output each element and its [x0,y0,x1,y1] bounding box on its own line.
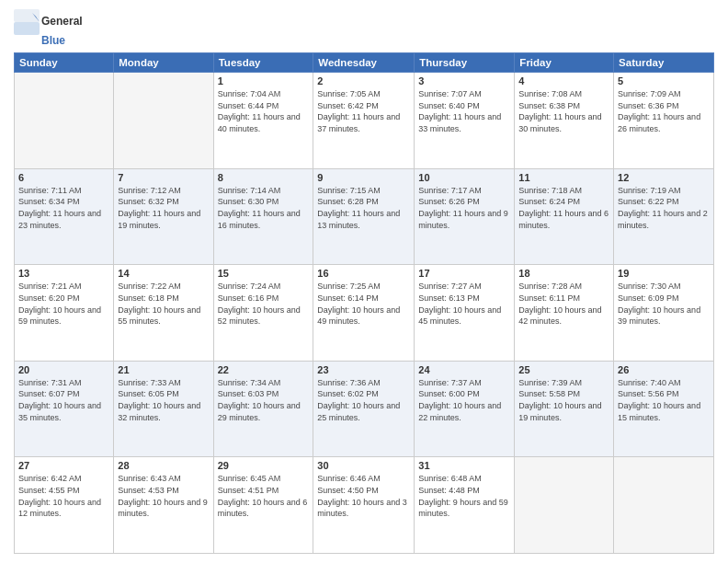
day-info: Sunrise: 7:12 AM Sunset: 6:32 PM Dayligh… [118,185,209,231]
day-info: Sunrise: 7:08 AM Sunset: 6:38 PM Dayligh… [518,88,609,134]
day-number: 21 [118,364,209,375]
day-info: Sunrise: 7:37 AM Sunset: 6:00 PM Dayligh… [418,377,510,423]
table-row: 7Sunrise: 7:12 AM Sunset: 6:32 PM Daylig… [114,168,213,265]
svg-rect-1 [14,22,40,35]
table-row: 23Sunrise: 7:36 AM Sunset: 6:02 PM Dayli… [313,361,415,457]
day-info: Sunrise: 7:17 AM Sunset: 6:26 PM Dayligh… [418,185,510,231]
day-info: Sunrise: 7:04 AM Sunset: 6:44 PM Dayligh… [218,88,310,134]
day-info: Sunrise: 7:14 AM Sunset: 6:30 PM Dayligh… [218,185,310,231]
day-info: Sunrise: 7:18 AM Sunset: 6:24 PM Dayligh… [518,185,609,231]
logo-general: General [41,16,83,28]
table-row: 18Sunrise: 7:28 AM Sunset: 6:11 PM Dayli… [515,265,614,362]
day-number: 23 [317,364,410,375]
day-info: Sunrise: 6:43 AM Sunset: 4:53 PM Dayligh… [118,473,209,519]
table-row: 14Sunrise: 7:22 AM Sunset: 6:18 PM Dayli… [114,265,213,362]
day-info: Sunrise: 7:40 AM Sunset: 5:56 PM Dayligh… [618,377,710,423]
day-info: Sunrise: 6:48 AM Sunset: 4:48 PM Dayligh… [418,473,510,519]
day-number: 7 [118,172,209,183]
table-row: 13Sunrise: 7:21 AM Sunset: 6:20 PM Dayli… [15,265,114,362]
table-row: 25Sunrise: 7:39 AM Sunset: 5:58 PM Dayli… [515,361,614,457]
day-info: Sunrise: 7:21 AM Sunset: 6:20 PM Dayligh… [18,281,109,327]
table-row: 1Sunrise: 7:04 AM Sunset: 6:44 PM Daylig… [213,73,313,169]
day-number: 3 [418,75,510,86]
day-number: 12 [618,172,710,183]
table-row: 28Sunrise: 6:43 AM Sunset: 4:53 PM Dayli… [114,457,213,554]
day-number: 24 [418,364,510,375]
table-row: 20Sunrise: 7:31 AM Sunset: 6:07 PM Dayli… [15,361,114,457]
day-number: 22 [218,364,310,375]
table-row: 26Sunrise: 7:40 AM Sunset: 5:56 PM Dayli… [614,361,714,457]
table-row: 10Sunrise: 7:17 AM Sunset: 6:26 PM Dayli… [415,168,515,265]
table-row: 27Sunrise: 6:42 AM Sunset: 4:55 PM Dayli… [15,457,114,554]
header: General Blue [14,9,714,47]
day-number: 6 [18,172,109,183]
day-info: Sunrise: 7:33 AM Sunset: 6:05 PM Dayligh… [118,377,209,423]
svg-rect-0 [14,9,40,22]
day-info: Sunrise: 7:30 AM Sunset: 6:09 PM Dayligh… [618,281,710,327]
day-number: 30 [317,460,410,471]
table-row: 24Sunrise: 7:37 AM Sunset: 6:00 PM Dayli… [415,361,515,457]
day-info: Sunrise: 6:42 AM Sunset: 4:55 PM Dayligh… [18,473,109,519]
table-row: 12Sunrise: 7:19 AM Sunset: 6:22 PM Dayli… [614,168,714,265]
day-info: Sunrise: 7:05 AM Sunset: 6:42 PM Dayligh… [317,88,410,134]
day-number: 26 [618,364,710,375]
day-number: 28 [118,460,209,471]
calendar-table: Sunday Monday Tuesday Wednesday Thursday… [14,52,714,554]
header-wednesday: Wednesday [313,53,415,73]
logo-blue: Blue [41,35,65,47]
table-row: 5Sunrise: 7:09 AM Sunset: 6:36 PM Daylig… [614,73,714,169]
table-row: 15Sunrise: 7:24 AM Sunset: 6:16 PM Dayli… [213,265,313,362]
calendar-week-row: 27Sunrise: 6:42 AM Sunset: 4:55 PM Dayli… [15,457,714,554]
day-info: Sunrise: 7:24 AM Sunset: 6:16 PM Dayligh… [218,281,310,327]
table-row [515,457,614,554]
calendar-week-row: 20Sunrise: 7:31 AM Sunset: 6:07 PM Dayli… [15,361,714,457]
table-row [15,73,114,169]
day-number: 17 [418,268,510,279]
table-row: 16Sunrise: 7:25 AM Sunset: 6:14 PM Dayli… [313,265,415,362]
weekday-header-row: Sunday Monday Tuesday Wednesday Thursday… [15,53,714,73]
day-number: 20 [18,364,109,375]
header-friday: Friday [515,53,614,73]
header-saturday: Saturday [614,53,714,73]
day-number: 29 [218,460,310,471]
day-number: 16 [317,268,410,279]
page: General Blue Sunday Monday Tuesday Wedne… [0,0,728,563]
calendar-week-row: 6Sunrise: 7:11 AM Sunset: 6:34 PM Daylig… [15,168,714,265]
day-info: Sunrise: 7:31 AM Sunset: 6:07 PM Dayligh… [18,377,109,423]
day-number: 25 [518,364,609,375]
day-info: Sunrise: 7:19 AM Sunset: 6:22 PM Dayligh… [618,185,710,231]
header-thursday: Thursday [415,53,515,73]
logo: General Blue [14,9,83,47]
table-row: 6Sunrise: 7:11 AM Sunset: 6:34 PM Daylig… [15,168,114,265]
table-row: 30Sunrise: 6:46 AM Sunset: 4:50 PM Dayli… [313,457,415,554]
table-row: 3Sunrise: 7:07 AM Sunset: 6:40 PM Daylig… [415,73,515,169]
day-number: 8 [218,172,310,183]
day-number: 1 [218,75,310,86]
day-info: Sunrise: 7:34 AM Sunset: 6:03 PM Dayligh… [218,377,310,423]
day-info: Sunrise: 7:39 AM Sunset: 5:58 PM Dayligh… [518,377,609,423]
table-row: 8Sunrise: 7:14 AM Sunset: 6:30 PM Daylig… [213,168,313,265]
day-number: 10 [418,172,510,183]
table-row: 17Sunrise: 7:27 AM Sunset: 6:13 PM Dayli… [415,265,515,362]
day-number: 2 [317,75,410,86]
table-row: 2Sunrise: 7:05 AM Sunset: 6:42 PM Daylig… [313,73,415,169]
day-number: 5 [618,75,710,86]
table-row: 19Sunrise: 7:30 AM Sunset: 6:09 PM Dayli… [614,265,714,362]
table-row: 31Sunrise: 6:48 AM Sunset: 4:48 PM Dayli… [415,457,515,554]
calendar-week-row: 13Sunrise: 7:21 AM Sunset: 6:20 PM Dayli… [15,265,714,362]
day-number: 19 [618,268,710,279]
day-info: Sunrise: 7:11 AM Sunset: 6:34 PM Dayligh… [18,185,109,231]
table-row: 21Sunrise: 7:33 AM Sunset: 6:05 PM Dayli… [114,361,213,457]
day-number: 9 [317,172,410,183]
day-number: 15 [218,268,310,279]
day-info: Sunrise: 7:09 AM Sunset: 6:36 PM Dayligh… [618,88,710,134]
table-row: 29Sunrise: 6:45 AM Sunset: 4:51 PM Dayli… [213,457,313,554]
table-row: 22Sunrise: 7:34 AM Sunset: 6:03 PM Dayli… [213,361,313,457]
calendar-week-row: 1Sunrise: 7:04 AM Sunset: 6:44 PM Daylig… [15,73,714,169]
table-row [614,457,714,554]
header-tuesday: Tuesday [213,53,313,73]
day-info: Sunrise: 7:25 AM Sunset: 6:14 PM Dayligh… [317,281,410,327]
day-info: Sunrise: 7:28 AM Sunset: 6:11 PM Dayligh… [518,281,609,327]
day-number: 4 [518,75,609,86]
day-info: Sunrise: 7:22 AM Sunset: 6:18 PM Dayligh… [118,281,209,327]
